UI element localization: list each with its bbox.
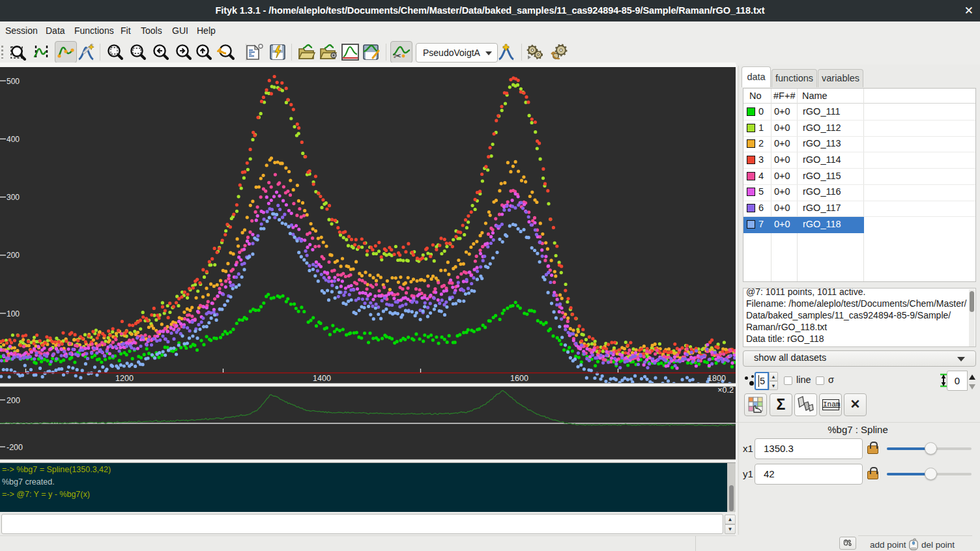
svg-text:400: 400: [7, 135, 20, 144]
svg-text:200: 200: [7, 251, 20, 260]
svg-text:1800: 1800: [708, 374, 726, 383]
svg-text:-200: -200: [7, 443, 23, 452]
svg-text:✂: ✂: [394, 50, 402, 61]
svg-text:500: 500: [7, 77, 20, 86]
svg-text:300: 300: [7, 193, 20, 202]
svg-text:1200: 1200: [115, 374, 134, 383]
svg-text:100: 100: [7, 309, 20, 318]
svg-text:200: 200: [7, 396, 20, 405]
svg-text:×0.2: ×0.2: [717, 387, 734, 395]
svg-text:1600: 1600: [510, 374, 528, 383]
svg-text:1400: 1400: [313, 374, 331, 383]
